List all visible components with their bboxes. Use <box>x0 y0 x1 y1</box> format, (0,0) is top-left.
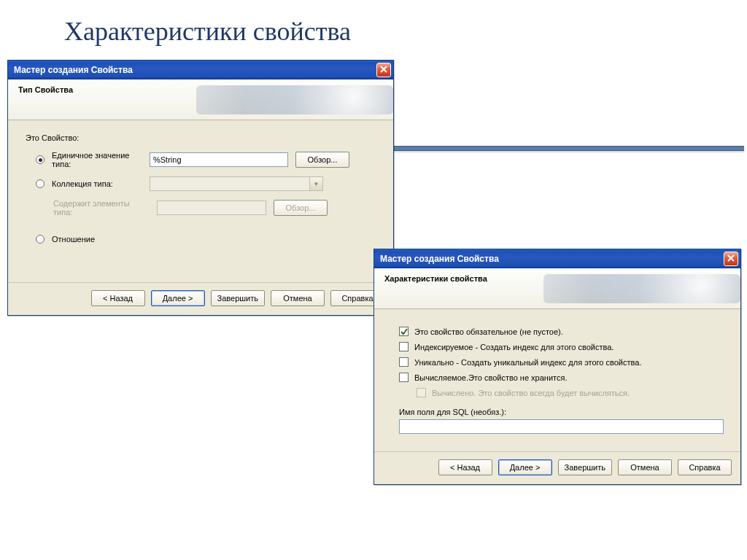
cancel-button[interactable]: Отмена <box>618 459 672 475</box>
close-button[interactable] <box>376 63 391 77</box>
close-icon <box>727 254 735 263</box>
contains-input <box>157 201 266 215</box>
collection-combo[interactable]: ▼ <box>150 176 323 191</box>
titlebar[interactable]: Мастер создания Свойства <box>374 249 740 268</box>
checkbox-unique[interactable] <box>399 357 409 367</box>
checkbox-unique-label: Уникально - Создать уникальный индекс дл… <box>414 358 641 367</box>
wizard-window-characteristics: Мастер создания Свойства Характеристики … <box>374 249 741 485</box>
header-decoration <box>543 274 740 303</box>
help-button[interactable]: Справка <box>678 459 732 475</box>
radio-collection-label: Коллекция типа: <box>52 179 142 188</box>
accent-bar <box>394 146 744 151</box>
wizard-window-type: Мастер создания Свойства Тип Свойства Эт… <box>7 60 394 316</box>
wizard-header-title: Характеристики свойства <box>384 274 487 283</box>
wizard-header-title: Тип Свойства <box>18 85 73 94</box>
checkbox-indexed[interactable] <box>399 342 409 351</box>
titlebar[interactable]: Мастер создания Свойства <box>8 61 393 79</box>
radio-relation-label: Отношение <box>52 235 142 244</box>
finish-button[interactable]: Завершить <box>211 290 265 306</box>
cancel-button[interactable]: Отмена <box>271 290 325 306</box>
close-icon <box>380 66 387 74</box>
checkbox-indexed-label: Индексируемое - Создать индекс для этого… <box>414 343 614 351</box>
browse-button[interactable]: Обзор... <box>295 152 349 168</box>
checkbox-computed-label: Вычисляемое.Это свойство не хранится. <box>414 373 568 382</box>
header-decoration <box>196 85 393 114</box>
close-button[interactable] <box>724 252 738 266</box>
button-bar: < Назад Далее > Завершить Отмена Справка <box>374 451 740 484</box>
checkbox-required[interactable] <box>399 327 409 336</box>
radio-single-value-label: Единичное значение типа: <box>52 151 142 168</box>
type-input[interactable] <box>150 152 288 167</box>
checkbox-required-label: Это свойство обязательное (не пустое). <box>414 327 563 336</box>
next-button[interactable]: Далее > <box>498 459 552 475</box>
contains-label: Содержит элементы типа: <box>53 199 150 217</box>
window-title: Мастер создания Свойства <box>14 65 133 75</box>
checkbox-computed-always <box>417 388 426 397</box>
back-button[interactable]: < Назад <box>91 290 145 306</box>
browse-button-disabled: Обзор... <box>274 200 328 216</box>
back-button[interactable]: < Назад <box>438 459 492 475</box>
window-title: Мастер создания Свойства <box>380 254 499 264</box>
section-label: Это Свойство: <box>26 133 380 142</box>
sql-field-label: Имя поля для SQL (необяз.): <box>399 408 727 416</box>
radio-single-value[interactable] <box>36 155 44 164</box>
checkbox-computed[interactable] <box>399 373 409 382</box>
wizard-header: Тип Свойства <box>8 79 393 120</box>
sql-field-input[interactable] <box>399 419 724 434</box>
chevron-down-icon: ▼ <box>309 177 322 190</box>
slide-title: Характеристики свойства <box>64 16 351 47</box>
radio-collection[interactable] <box>36 179 44 188</box>
wizard-header: Характеристики свойства <box>374 268 740 309</box>
checkbox-computed-always-label: Вычислено. Это свойство всегда будет выч… <box>432 389 630 397</box>
finish-button[interactable]: Завершить <box>558 459 612 475</box>
next-button[interactable]: Далее > <box>151 290 205 306</box>
radio-relation[interactable] <box>36 235 44 244</box>
button-bar: < Назад Далее > Завершить Отмена Справка <box>8 282 393 315</box>
